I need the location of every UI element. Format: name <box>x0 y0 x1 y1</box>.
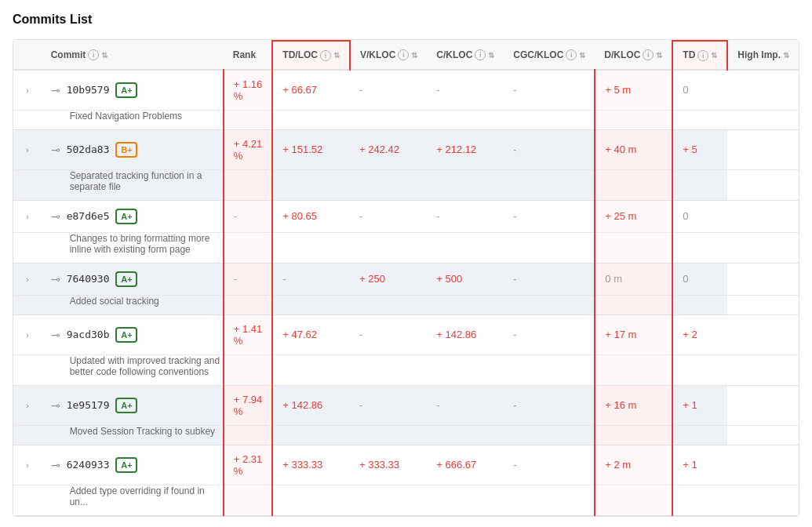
cell-dkloc: - <box>504 445 595 485</box>
info-icon-dkloc[interactable]: i <box>643 49 654 60</box>
sort-icon-vkloc[interactable]: ⇅ <box>411 51 417 60</box>
td-value: 0 m <box>605 273 622 285</box>
expand-btn[interactable]: › <box>23 144 32 156</box>
cell-tdloc: - <box>224 200 273 232</box>
cell-highimp: + 1 <box>672 385 727 425</box>
sort-icon-ckloc[interactable]: ⇅ <box>488 51 494 60</box>
table-row: › ⊸ e87d6e5 A+ -+ 80.65---+ 25 m0 <box>13 200 799 232</box>
commit-hash: 10b9579 <box>67 84 110 96</box>
col-header-highimp[interactable]: High Imp.⇅ <box>727 41 799 70</box>
expand-btn[interactable]: › <box>23 399 32 412</box>
commit-hash: 7640930 <box>67 273 110 285</box>
highimp-value: + 5 <box>683 144 697 155</box>
col-header-dkloc[interactable]: D/KLOCi⇅ <box>595 41 672 70</box>
rank-badge: A+ <box>115 327 137 343</box>
col-header-expand <box>13 41 42 70</box>
sort-icon-highimp[interactable]: ⇅ <box>783 51 789 60</box>
cell-vkloc: + 80.65 <box>272 200 350 232</box>
cell-commit: ⊸ 1e95179 A+ <box>42 385 224 425</box>
description-row: Added type overriding if found in un... <box>13 485 799 515</box>
col-header-commit[interactable]: Commiti⇅ <box>42 41 224 70</box>
table-row: › ⊸ 7640930 A+ --+ 250+ 500-0 m0 <box>13 263 799 295</box>
col-header-vkloc[interactable]: V/KLOCi⇅ <box>350 41 427 70</box>
cell-dkloc: - <box>504 263 595 295</box>
table-row: › ⊸ 10b9579 A+ + 1.16 %+ 66.67---+ 5 m0 <box>13 70 799 111</box>
highimp-value: + 2 <box>683 329 697 340</box>
rank-badge: A+ <box>115 82 137 98</box>
cell-expand: › <box>13 263 42 295</box>
cell-highimp: + 2 <box>672 314 727 354</box>
cell-expand: › <box>13 129 42 169</box>
sort-icon-cgckloc[interactable]: ⇅ <box>579 51 585 60</box>
info-icon-tdloc[interactable]: i <box>320 50 331 61</box>
description-row: Updated with improved tracking and bette… <box>13 354 799 385</box>
info-icon-cgckloc[interactable]: i <box>566 49 577 60</box>
highimp-value: 0 <box>683 84 688 96</box>
expand-btn[interactable]: › <box>23 84 32 96</box>
ckloc-value: + 250 <box>359 273 385 285</box>
cell-dkloc: - <box>504 314 595 354</box>
cell-cgckloc: + 212.12 <box>427 129 504 169</box>
col-header-ckloc[interactable]: C/KLOCi⇅ <box>427 41 504 70</box>
page-title: Commits List <box>13 13 799 27</box>
commit-hash: e87d6e5 <box>67 210 110 222</box>
commit-description: Changes to bring formatting more inline … <box>42 232 224 263</box>
expand-btn[interactable]: › <box>23 459 32 471</box>
commit-description: Fixed Navigation Problems <box>42 110 224 129</box>
cgckloc-value: + 500 <box>436 273 462 285</box>
col-header-tdloc[interactable]: TD/LOCi⇅ <box>272 41 350 70</box>
cell-highimp: 0 <box>672 70 727 111</box>
cell-td: + 25 m <box>595 200 672 232</box>
cell-dkloc: - <box>504 385 595 425</box>
cell-tdloc: + 7.94 % <box>224 385 273 425</box>
cell-td: + 16 m <box>595 385 672 425</box>
ckloc-value: - <box>359 399 362 411</box>
cell-vkloc: + 142.86 <box>272 385 350 425</box>
sort-icon-td[interactable]: ⇅ <box>711 51 717 60</box>
dkloc-value: - <box>513 144 516 155</box>
info-icon-vkloc[interactable]: i <box>398 49 409 60</box>
expand-btn[interactable]: › <box>23 329 32 341</box>
col-header-td[interactable]: TDi⇅ <box>672 41 727 70</box>
cell-ckloc: - <box>350 70 427 111</box>
sort-icon-tdloc[interactable]: ⇅ <box>333 51 340 60</box>
expand-btn[interactable]: › <box>23 210 32 223</box>
tdloc-value: + 2.31 % <box>234 453 263 477</box>
cell-vkloc: - <box>272 263 350 295</box>
highimp-value: + 1 <box>683 459 697 471</box>
description-row: Added social tracking <box>13 295 799 314</box>
table-row: › ⊸ 502da83 B+ + 4.21 %+ 151.52+ 242.42+… <box>13 129 799 169</box>
cell-commit: ⊸ 7640930 A+ <box>42 263 224 295</box>
expand-btn[interactable]: › <box>23 273 32 285</box>
sort-icon-commit[interactable]: ⇅ <box>101 51 107 60</box>
cell-ckloc: - <box>350 314 427 354</box>
col-header-rank: Rank <box>224 41 273 70</box>
cell-ckloc: + 242.42 <box>350 129 427 169</box>
cell-highimp: 0 <box>672 200 727 232</box>
cell-ckloc: - <box>350 200 427 232</box>
dkloc-value: - <box>513 273 516 285</box>
commit-icon: ⊸ <box>51 273 60 285</box>
cell-tdloc: + 4.21 % <box>224 129 273 169</box>
cell-cgckloc: + 500 <box>427 263 504 295</box>
tdloc-value: - <box>234 273 237 285</box>
cell-vkloc: + 151.52 <box>272 129 350 169</box>
info-icon-commit[interactable]: i <box>88 49 99 60</box>
cell-expand: › <box>13 70 42 111</box>
rank-badge: A+ <box>115 457 137 473</box>
rank-badge: A+ <box>115 209 137 224</box>
cell-commit: ⊸ 6240933 A+ <box>42 445 224 485</box>
sort-icon-dkloc[interactable]: ⇅ <box>656 51 662 60</box>
commits-table-wrapper: Commiti⇅RankTD/LOCi⇅V/KLOCi⇅C/KLOCi⇅CGC/… <box>13 39 799 517</box>
cell-td: + 17 m <box>595 314 672 354</box>
ckloc-value: - <box>359 329 362 340</box>
col-header-cgckloc[interactable]: CGC/KLOCi⇅ <box>504 41 595 70</box>
cell-cgckloc: - <box>427 70 504 111</box>
ckloc-value: + 333.33 <box>359 459 399 471</box>
cgckloc-value: - <box>436 210 439 222</box>
info-icon-td[interactable]: i <box>697 50 708 61</box>
tdloc-value: + 7.94 % <box>234 394 263 417</box>
info-icon-ckloc[interactable]: i <box>475 49 486 60</box>
cell-cgckloc: + 666.67 <box>427 445 504 485</box>
commits-table: Commiti⇅RankTD/LOCi⇅V/KLOCi⇅C/KLOCi⇅CGC/… <box>13 40 799 516</box>
